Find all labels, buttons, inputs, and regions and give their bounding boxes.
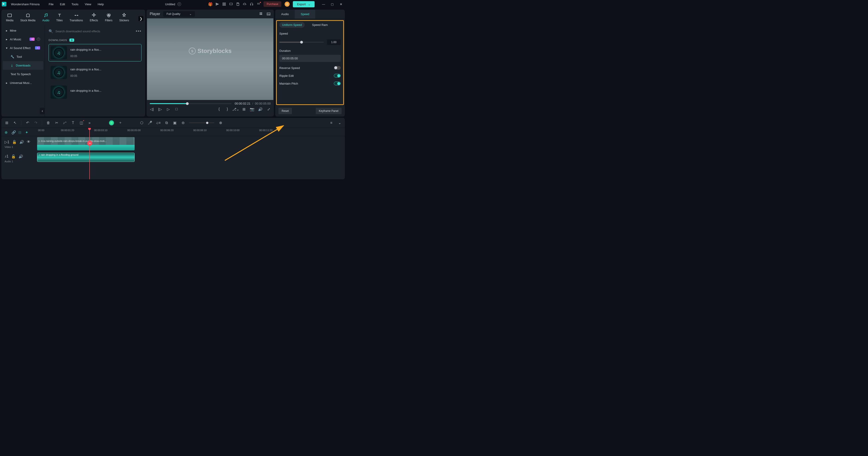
fullscreen-button[interactable]: ⤢ (267, 107, 271, 111)
help-icon[interactable]: ? (37, 37, 40, 41)
reverse-speed-toggle[interactable] (334, 66, 341, 70)
export-button[interactable]: Export⌄ (293, 1, 315, 7)
tab-audio[interactable]: Audio (42, 13, 50, 22)
sidebar-item-tts[interactable]: Text To Speech (3, 70, 43, 78)
audio-clip[interactable]: ♪rain dropping in a flooding ground (37, 153, 135, 162)
cursor-tool-icon[interactable]: ↖ (13, 121, 17, 125)
tab-speed-props[interactable]: Speed (295, 10, 315, 19)
video-track[interactable]: ▷it-is-raining-outside-rain-drops-break-… (37, 136, 345, 152)
quality-dropdown[interactable]: Full Quality⌄ (163, 11, 195, 17)
voiceover-icon[interactable]: 🎤 (148, 121, 152, 125)
track-dropdown-icon[interactable]: ⌄ (338, 121, 342, 125)
mute-icon[interactable]: 🔊 (20, 140, 24, 144)
mute-icon[interactable]: 🔊 (19, 154, 23, 159)
stop-button[interactable]: □ (175, 107, 179, 111)
record-icon[interactable]: ⧉ (164, 121, 168, 125)
prev-frame-button[interactable]: ◁| (150, 107, 154, 111)
maintain-pitch-toggle[interactable] (334, 82, 341, 85)
sidebar-item-universal-music[interactable]: ▸Universal Musi... (3, 78, 43, 87)
menu-edit[interactable]: Edit (60, 2, 65, 6)
play-button[interactable]: ▷ (166, 107, 170, 111)
text-tool-icon[interactable]: T (71, 121, 75, 125)
subtab-uniform-speed[interactable]: Uniform Speed (279, 22, 305, 28)
sidebar-item-ai-music[interactable]: ▸AI MusicAI? (3, 35, 43, 44)
layout-icon[interactable] (222, 2, 226, 6)
keyframe-panel-button[interactable]: Keyframe Panel (316, 108, 342, 114)
cloud-sync-icon[interactable]: ⟳ (178, 2, 181, 6)
minimize-button[interactable]: — (320, 2, 327, 6)
ripple-edit-toggle[interactable] (334, 74, 341, 78)
save-icon[interactable] (236, 2, 240, 6)
user-avatar[interactable]: C (285, 2, 290, 7)
tab-transitions[interactable]: Transitions (70, 13, 83, 22)
menu-file[interactable]: File (49, 2, 54, 6)
cloud-icon[interactable] (243, 2, 247, 6)
playhead[interactable] (89, 128, 90, 179)
dropdown-button[interactable]: ⎇⌄ (234, 107, 238, 111)
speed-value-input[interactable]: 1.00 (327, 39, 341, 45)
screen-icon[interactable] (229, 2, 233, 6)
apps-icon[interactable] (257, 2, 260, 6)
search-input[interactable] (55, 30, 133, 33)
tab-filters[interactable]: Filters (105, 13, 113, 22)
menu-tools[interactable]: Tools (71, 2, 78, 6)
subtab-speed-ramp[interactable]: Speed Ram (309, 22, 331, 28)
image-view-icon[interactable] (267, 12, 271, 16)
gift-icon[interactable]: 🎁 (209, 2, 212, 6)
zoom-out-button[interactable]: ⊖ (181, 121, 185, 125)
auto-icon[interactable]: ✦ (25, 130, 29, 134)
music-tool-icon[interactable]: ♪⁺ (63, 121, 67, 125)
next-frame-button[interactable]: |▷ (158, 107, 162, 111)
split-indicator-icon[interactable]: ✂ (87, 141, 92, 146)
undo-button[interactable]: ↶ (25, 121, 30, 125)
sidebar-item-mine[interactable]: ▸Mine (3, 26, 43, 35)
link-icon[interactable]: 🔗 (11, 130, 15, 134)
mark-in-button[interactable]: { (217, 107, 221, 111)
timeline-tracks-area[interactable]: 00:00 00:00:01:20 00:00:03:10 00:00:05:0… (37, 128, 345, 179)
close-button[interactable]: ✕ (338, 2, 344, 6)
lock-icon[interactable]: 🔓 (12, 140, 17, 144)
track-options-icon[interactable]: ≡ (329, 121, 333, 125)
render-icon[interactable]: ▣ (173, 121, 177, 125)
ai-enhance-icon[interactable]: ✦ (118, 121, 122, 125)
tab-titles[interactable]: Titles (56, 13, 63, 22)
add-track-icon[interactable]: ⊕ (5, 130, 8, 134)
audio-track-icon[interactable]: ♪1 (5, 154, 8, 159)
display-button[interactable]: ⊞ (242, 107, 246, 111)
sidebar-item-downloads[interactable]: ⭳Downloads (3, 61, 43, 70)
audio-mixer-icon[interactable]: ♫≡ (156, 121, 160, 125)
sidebar-collapse-button[interactable]: ‹ (40, 108, 45, 114)
audio-clip-item[interactable]: ♫ rain dropping in a floo...00:05 (49, 44, 142, 61)
tab-stickers[interactable]: Stickers (119, 13, 129, 22)
grid-view-icon[interactable] (259, 12, 263, 16)
sidebar-item-tool[interactable]: 🔧Tool (3, 52, 43, 61)
menu-help[interactable]: Help (97, 2, 104, 6)
menu-view[interactable]: View (85, 2, 91, 6)
mark-out-button[interactable]: } (225, 107, 229, 111)
video-preview[interactable]: SStoryblocks (147, 18, 273, 100)
timeline-ruler[interactable]: 00:00 00:00:01:20 00:00:03:10 00:00:05:0… (37, 128, 345, 136)
more-options-button[interactable]: ••• (136, 29, 142, 34)
redo-button[interactable]: ↷ (34, 121, 38, 125)
slider-handle[interactable] (300, 41, 303, 44)
maximize-button[interactable]: ▢ (329, 2, 336, 6)
tabs-next-button[interactable]: ❯ (138, 16, 143, 21)
lock-icon[interactable]: 🔓 (11, 154, 16, 159)
scrub-handle[interactable] (186, 102, 189, 105)
headphones-icon[interactable] (250, 2, 253, 6)
purchase-button[interactable]: Purchase (264, 1, 282, 7)
layout-tool-icon[interactable]: ⊞ (5, 121, 9, 125)
audio-clip-item[interactable]: ♫ rain dropping in a floo...00:05 (49, 64, 142, 81)
magnet-icon[interactable]: ⊟ (18, 130, 22, 134)
video-track-icon[interactable]: ▷1 (5, 140, 9, 144)
reset-button[interactable]: Reset (278, 108, 292, 114)
volume-button[interactable]: 🔊 (258, 107, 262, 111)
speed-slider[interactable] (279, 42, 324, 42)
send-icon[interactable] (215, 2, 219, 6)
zoom-slider[interactable] (189, 122, 214, 123)
snapshot-button[interactable]: 📷 (250, 107, 254, 111)
visibility-icon[interactable]: 👁 (27, 140, 30, 144)
scrub-bar[interactable] (150, 103, 231, 104)
marker-icon[interactable]: ⬡ (140, 121, 144, 125)
video-clip[interactable]: ▷it-is-raining-outside-rain-drops-break-… (37, 137, 135, 150)
